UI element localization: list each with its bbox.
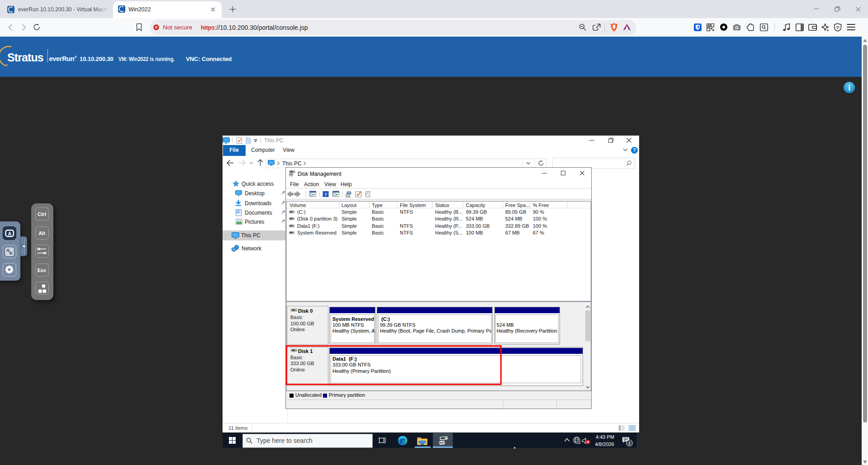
- svg-text:?: ?: [324, 192, 327, 197]
- svg-text:A: A: [8, 230, 11, 236]
